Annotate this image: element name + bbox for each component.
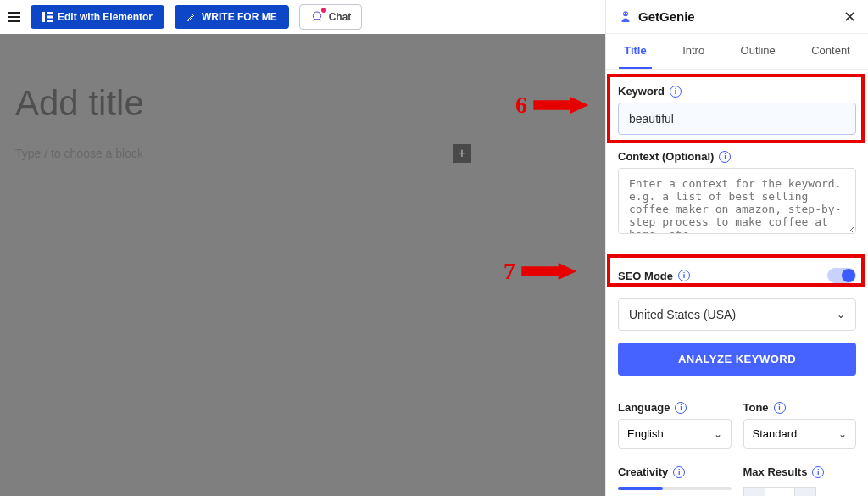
keyword-input[interactable]: [618, 103, 856, 135]
stepper-minus-button[interactable]: −: [743, 487, 765, 496]
seo-mode-toggle[interactable]: [827, 268, 856, 283]
info-icon[interactable]: i: [812, 466, 824, 478]
write-for-me-label: WRITE FOR ME: [202, 11, 277, 23]
svg-point-5: [623, 11, 628, 16]
panel-body: Keyword i Context (Optional) i SEO Mode …: [606, 70, 868, 496]
info-icon[interactable]: i: [673, 466, 685, 478]
max-results-group: Max Results i − 2 +: [743, 465, 857, 496]
tone-label: Tone i: [743, 401, 857, 414]
lang-tone-row: Language i English ⌄ Tone i Standard ⌄: [618, 401, 856, 449]
stepper-plus-button[interactable]: +: [794, 487, 816, 496]
svg-point-7: [626, 12, 628, 14]
chevron-down-icon: ⌄: [838, 428, 847, 440]
context-group: Context (Optional) i: [618, 150, 856, 237]
svg-rect-1: [47, 12, 53, 14]
tone-select[interactable]: Standard ⌄: [743, 419, 857, 449]
seo-mode-label: SEO Mode i: [618, 270, 690, 282]
creativity-slider[interactable]: [618, 487, 732, 490]
country-value: United States (USA): [629, 308, 736, 321]
editor-area: Add title Type / to choose a block +: [0, 34, 605, 496]
brand-label: GetGenie: [638, 9, 695, 24]
country-select[interactable]: United States (USA) ⌄: [618, 298, 856, 331]
info-icon[interactable]: i: [678, 270, 690, 281]
edit-elementor-button[interactable]: Edit with Elementor: [31, 5, 164, 29]
creativity-label: Creativity i: [618, 465, 732, 478]
svg-rect-0: [42, 12, 45, 22]
chat-icon: [310, 10, 324, 24]
write-for-me-button[interactable]: WRITE FOR ME: [175, 5, 289, 29]
tab-title[interactable]: Title: [619, 34, 652, 69]
analyze-keyword-button[interactable]: ANALYZE KEYWORD: [618, 343, 856, 376]
svg-rect-2: [47, 16, 53, 19]
panel-tabs: Title Intro Outline Content: [606, 34, 868, 70]
context-label: Context (Optional) i: [618, 150, 856, 163]
svg-point-6: [624, 12, 626, 14]
brand: GetGenie: [618, 9, 695, 25]
tone-group: Tone i Standard ⌄: [743, 401, 857, 449]
genie-logo-icon: [618, 9, 633, 25]
elementor-icon: [42, 12, 53, 22]
close-panel-button[interactable]: ✕: [843, 8, 856, 26]
panel-header: GetGenie ✕: [606, 0, 868, 34]
language-group: Language i English ⌄: [618, 401, 732, 449]
block-placeholder[interactable]: Type / to choose a block: [15, 147, 143, 160]
tab-intro[interactable]: Intro: [677, 34, 709, 69]
post-title-input[interactable]: Add title: [0, 34, 605, 124]
getgenie-panel: GetGenie ✕ Title Intro Outline Content K…: [605, 0, 868, 496]
chat-button[interactable]: Chat: [299, 4, 363, 30]
max-results-stepper: − 2 +: [743, 487, 857, 496]
chevron-down-icon: ⌄: [837, 309, 845, 320]
creativity-group: Creativity i: [618, 465, 732, 496]
svg-point-4: [313, 12, 320, 20]
menu-icon[interactable]: [8, 12, 20, 22]
language-label: Language i: [618, 401, 732, 414]
max-results-label: Max Results i: [743, 465, 857, 478]
pencil-icon: [186, 12, 197, 22]
creativity-results-row: Creativity i Max Results i − 2 +: [618, 465, 856, 496]
chevron-down-icon: ⌄: [714, 428, 722, 440]
tab-outline[interactable]: Outline: [736, 34, 781, 69]
info-icon[interactable]: i: [670, 86, 682, 98]
info-icon[interactable]: i: [774, 402, 786, 414]
seo-mode-group: SEO Mode i United States (USA) ⌄ ANALYZE…: [618, 261, 856, 376]
stepper-value: 2: [765, 487, 794, 496]
edit-elementor-label: Edit with Elementor: [58, 11, 153, 23]
language-select[interactable]: English ⌄: [618, 419, 732, 449]
keyword-group: Keyword i: [618, 85, 856, 135]
context-textarea[interactable]: [618, 168, 856, 234]
info-icon[interactable]: i: [675, 402, 687, 414]
svg-rect-3: [47, 20, 53, 22]
add-block-button[interactable]: +: [453, 144, 471, 163]
keyword-label: Keyword i: [618, 85, 856, 98]
info-icon[interactable]: i: [719, 151, 731, 163]
editor-topbar: Edit with Elementor WRITE FOR ME Chat: [0, 0, 605, 34]
tab-content[interactable]: Content: [806, 34, 855, 69]
chat-label: Chat: [329, 11, 352, 23]
